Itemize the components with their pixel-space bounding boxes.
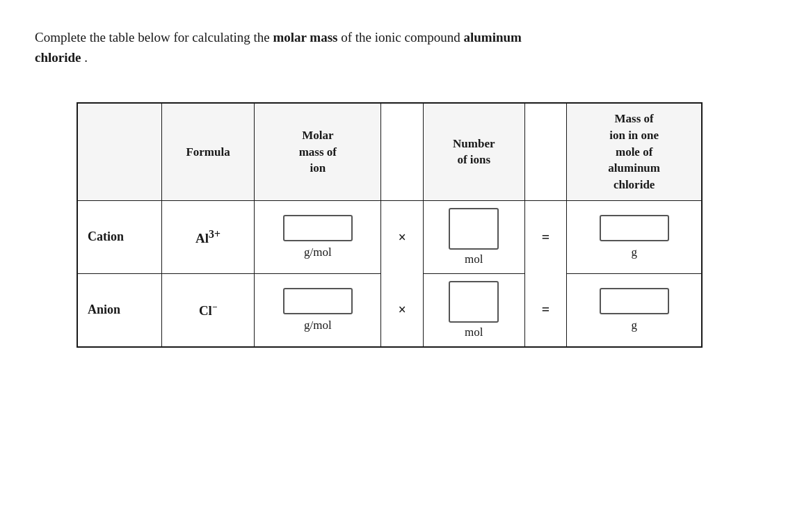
anion-number-input[interactable]: [449, 281, 499, 323]
header-mass-of-ion: Mass ofion in onemole ofaluminumchloride: [567, 103, 702, 200]
intro-paragraph: Complete the table below for calculating…: [35, 28, 522, 67]
anion-times-operator: ×: [381, 273, 424, 347]
header-empty: [77, 103, 161, 200]
cation-equals-operator: =: [524, 200, 567, 273]
header-number-of-ions: Numberof ions: [424, 103, 525, 200]
anion-formula: Cl−: [161, 273, 254, 347]
intro-bold-molar-mass: molar mass: [273, 30, 337, 45]
intro-text-end: .: [81, 50, 88, 65]
anion-mass-unit: g: [631, 319, 637, 332]
cation-row: Cation Al3+ g/mol × mol: [77, 200, 702, 273]
cation-times-operator: ×: [381, 200, 424, 273]
header-molar-mass: Molarmass ofion: [255, 103, 381, 200]
anion-molar-mass-input[interactable]: [283, 288, 353, 314]
cation-mass-result-cell: g: [567, 200, 702, 273]
anion-superscript: −: [212, 302, 217, 312]
cation-label: Cation: [77, 200, 161, 273]
cation-molar-unit: g/mol: [304, 245, 332, 259]
cation-superscript: 3+: [209, 228, 220, 240]
anion-row: Anion Cl− g/mol × mol: [77, 273, 702, 347]
anion-molar-unit: g/mol: [304, 319, 332, 332]
table-wrapper: Formula Molarmass ofion Numberof ions Ma…: [77, 102, 751, 348]
cation-mass-unit: g: [631, 245, 637, 259]
header-formula: Formula: [161, 103, 254, 200]
intro-text-middle: of the ionic compound: [337, 30, 463, 45]
anion-molar-mass-cell: g/mol: [255, 273, 381, 347]
intro-text-before-bold: Complete the table below for calculating…: [35, 30, 273, 45]
anion-number-ions-cell: mol: [424, 273, 525, 347]
cation-number-input[interactable]: [449, 208, 499, 250]
cation-molar-mass-input[interactable]: [283, 215, 353, 241]
anion-label: Anion: [77, 273, 161, 347]
cation-molar-mass-cell: g/mol: [255, 200, 381, 273]
cation-number-ions-cell: mol: [424, 200, 525, 273]
cation-mass-input[interactable]: [600, 215, 669, 241]
anion-equals-operator: =: [524, 273, 567, 347]
cation-number-unit: mol: [465, 252, 483, 266]
header-times: [381, 103, 424, 200]
cation-formula: Al3+: [161, 200, 254, 273]
anion-number-unit: mol: [465, 325, 483, 339]
header-row: Formula Molarmass ofion Numberof ions Ma…: [77, 103, 702, 200]
molar-mass-table: Formula Molarmass ofion Numberof ions Ma…: [77, 102, 703, 348]
anion-mass-input[interactable]: [600, 288, 669, 314]
anion-mass-result-cell: g: [567, 273, 702, 347]
header-equals: [524, 103, 567, 200]
